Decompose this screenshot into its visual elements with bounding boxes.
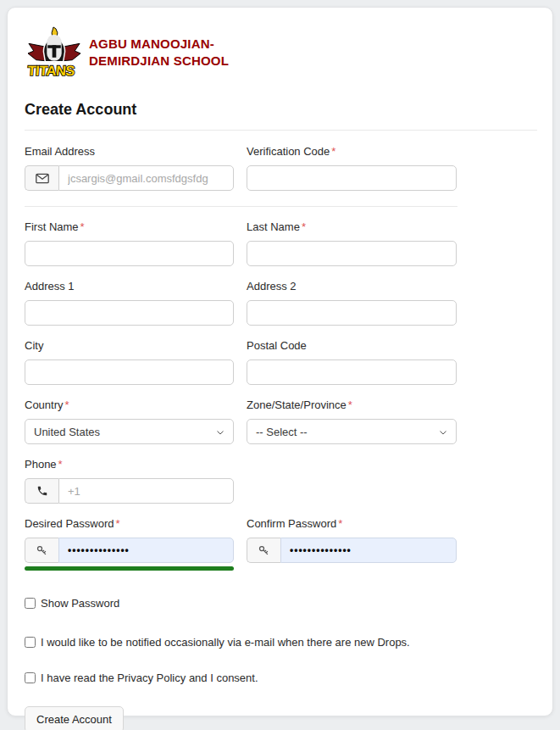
address2-label: Address 2	[247, 280, 457, 293]
chevron-down-icon	[215, 427, 225, 437]
heading-divider	[25, 130, 537, 131]
verification-code-label: Verification Code*	[247, 145, 457, 158]
required-marker: *	[338, 517, 342, 530]
country-label: Country*	[25, 398, 234, 411]
school-logo: TITANS AGBU MANOOJIAN- DEMIRDJIAN SCHOOL	[25, 26, 535, 79]
desired-password-input[interactable]	[58, 538, 234, 563]
country-selected-value: United States	[34, 426, 100, 438]
show-password-row: Show Password	[25, 597, 535, 610]
last-name-input[interactable]	[247, 241, 457, 266]
envelope-icon	[25, 165, 58, 191]
create-account-button[interactable]: Create Account	[25, 706, 124, 730]
postal-code-input[interactable]	[247, 359, 457, 385]
privacy-row: I have read the Privacy Policy and I con…	[25, 671, 535, 684]
country-select[interactable]: United States	[25, 419, 234, 444]
required-marker: *	[65, 398, 69, 411]
verification-code-input[interactable]	[247, 165, 457, 191]
required-marker: *	[58, 458, 63, 471]
address2-input[interactable]	[247, 300, 457, 326]
show-password-checkbox[interactable]	[25, 598, 36, 609]
create-account-card: TITANS AGBU MANOOJIAN- DEMIRDJIAN SCHOOL…	[7, 7, 553, 716]
titans-wordmark: TITANS	[27, 63, 75, 78]
phone-label: Phone*	[25, 458, 234, 471]
email-input[interactable]	[58, 165, 234, 191]
zone-label: Zone/State/Province*	[247, 398, 457, 411]
email-label: Email Address	[25, 145, 234, 158]
required-marker: *	[302, 220, 306, 233]
notify-label: I would like to be notified occasionally…	[41, 636, 410, 649]
chevron-down-icon	[438, 427, 448, 437]
city-input[interactable]	[25, 359, 234, 385]
section-divider	[25, 206, 457, 207]
notify-checkbox[interactable]	[25, 637, 36, 648]
key-icon	[247, 538, 280, 563]
last-name-label: Last Name*	[247, 220, 457, 233]
confirm-password-input[interactable]	[280, 538, 457, 563]
confirm-password-label: Confirm Password*	[247, 517, 457, 530]
zone-select[interactable]: -- Select --	[247, 419, 457, 444]
city-label: City	[25, 339, 234, 352]
school-name: AGBU MANOOJIAN- DEMIRDJIAN SCHOOL	[89, 36, 229, 70]
required-marker: *	[116, 517, 120, 530]
address1-label: Address 1	[25, 280, 234, 293]
first-name-label: First Name*	[25, 220, 234, 233]
phone-icon	[25, 478, 58, 504]
desired-password-label: Desired Password*	[25, 517, 234, 530]
titans-mascot-icon: TITANS	[25, 26, 84, 79]
required-marker: *	[80, 220, 85, 233]
postal-code-label: Postal Code	[247, 339, 457, 352]
page-title: Create Account	[25, 101, 535, 119]
privacy-policy-link[interactable]: Privacy Policy	[117, 671, 186, 684]
password-strength-bar	[25, 566, 234, 571]
zone-selected-value: -- Select --	[256, 426, 308, 438]
show-password-label: Show Password	[41, 597, 119, 610]
privacy-checkbox[interactable]	[25, 672, 36, 683]
required-marker: *	[348, 398, 352, 411]
notify-row: I would like to be notified occasionally…	[25, 636, 535, 649]
phone-input[interactable]	[58, 478, 234, 504]
privacy-label: I have read the Privacy Policy and I con…	[41, 671, 258, 684]
required-marker: *	[331, 145, 335, 158]
first-name-input[interactable]	[25, 241, 234, 266]
key-icon	[25, 538, 58, 563]
address1-input[interactable]	[25, 300, 234, 326]
